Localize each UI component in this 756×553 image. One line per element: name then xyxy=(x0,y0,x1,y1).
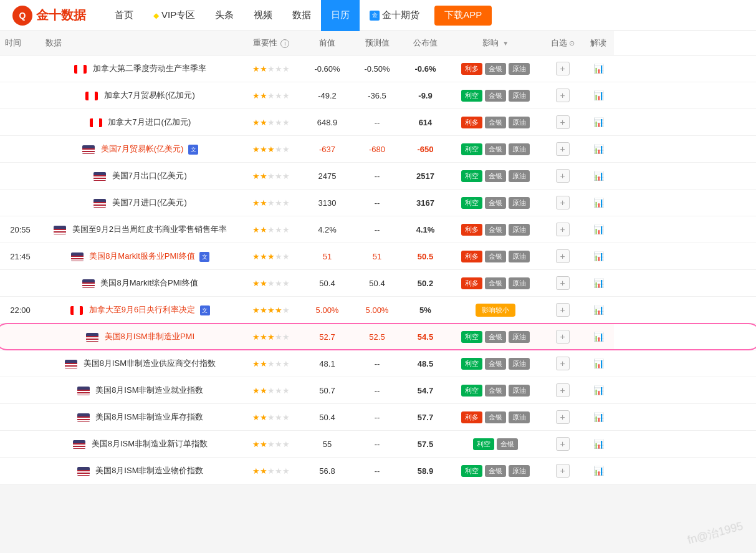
impact-tag[interactable]: 利多 xyxy=(461,63,482,75)
cell-analysis[interactable]: 📊 xyxy=(583,431,614,458)
cell-analysis[interactable]: 📊 xyxy=(583,55,614,82)
cell-watchlist[interactable]: + xyxy=(542,324,583,350)
add-watchlist-button[interactable]: + xyxy=(556,142,570,156)
cell-watchlist[interactable]: + xyxy=(542,109,583,136)
analysis-chart-button[interactable]: 📊 xyxy=(591,196,605,209)
impact-tag[interactable]: 原油 xyxy=(509,197,530,209)
nav-futures[interactable]: 金 金十期货 xyxy=(360,0,429,31)
analysis-chart-button[interactable]: 📊 xyxy=(591,169,605,183)
nav-video[interactable]: 视频 xyxy=(244,0,282,31)
impact-tag[interactable]: 金银 xyxy=(485,90,506,102)
analysis-chart-button[interactable]: 📊 xyxy=(591,437,605,451)
cell-watchlist[interactable]: + xyxy=(542,297,583,324)
impact-tag[interactable]: 金银 xyxy=(485,411,506,423)
nav-data[interactable]: 数据 xyxy=(282,0,321,31)
add-watchlist-button[interactable]: + xyxy=(556,383,570,397)
analysis-chart-button[interactable]: 📊 xyxy=(591,383,605,397)
impact-tag[interactable]: 原油 xyxy=(509,277,530,289)
add-watchlist-button[interactable]: + xyxy=(556,437,570,451)
analysis-chart-button[interactable]: 📊 xyxy=(591,410,605,424)
impact-tag[interactable]: 利空 xyxy=(461,358,482,370)
analysis-chart-button[interactable]: 📊 xyxy=(591,357,605,370)
impact-tag[interactable]: 金银 xyxy=(485,385,506,397)
impact-tag[interactable]: 金银 xyxy=(485,358,506,370)
data-name-link[interactable]: 美国8月Markit服务业PMI终值 xyxy=(89,251,195,261)
logo[interactable]: Q 金十数据 xyxy=(12,6,86,26)
analysis-chart-button[interactable]: 📊 xyxy=(591,249,605,263)
add-watchlist-button[interactable]: + xyxy=(556,196,570,209)
impact-tag[interactable]: 利多 xyxy=(461,411,482,423)
impact-tag[interactable]: 原油 xyxy=(509,411,530,423)
impact-tag[interactable]: 原油 xyxy=(509,63,530,75)
cell-analysis[interactable]: 📊 xyxy=(583,458,614,484)
add-watchlist-button[interactable]: + xyxy=(556,169,570,183)
cell-watchlist[interactable]: + xyxy=(542,458,583,484)
doc-icon[interactable]: 文 xyxy=(188,145,198,155)
cell-watchlist[interactable]: + xyxy=(542,404,583,431)
add-watchlist-button[interactable]: + xyxy=(556,62,570,75)
impact-tag[interactable]: 原油 xyxy=(509,170,530,182)
impact-tag[interactable]: 金银 xyxy=(485,197,506,209)
analysis-chart-button[interactable]: 📊 xyxy=(591,223,605,236)
cell-watchlist[interactable]: + xyxy=(542,216,583,243)
impact-tag[interactable]: 原油 xyxy=(509,331,530,343)
cell-watchlist[interactable]: + xyxy=(542,163,583,190)
cell-watchlist[interactable]: + xyxy=(542,190,583,216)
cell-analysis[interactable]: 📊 xyxy=(583,270,614,297)
impact-tag[interactable]: 原油 xyxy=(509,251,530,262)
analysis-chart-button[interactable]: 📊 xyxy=(591,330,605,344)
cell-analysis[interactable]: 📊 xyxy=(583,243,614,270)
data-name-link[interactable]: 美国7月贸易帐(亿美元) xyxy=(101,144,184,153)
impact-tag[interactable]: 金银 xyxy=(485,331,506,343)
nav-vip[interactable]: ◆ VIP专区 xyxy=(143,0,205,31)
nav-headline[interactable]: 头条 xyxy=(205,0,244,31)
impact-tag[interactable]: 利空 xyxy=(461,331,482,343)
impact-tag[interactable]: 金银 xyxy=(485,465,506,477)
impact-tag[interactable]: 原油 xyxy=(509,224,530,236)
impact-tag[interactable]: 原油 xyxy=(509,465,530,477)
add-watchlist-button[interactable]: + xyxy=(556,276,570,290)
analysis-chart-button[interactable]: 📊 xyxy=(591,115,605,129)
add-watchlist-button[interactable]: + xyxy=(556,464,570,478)
add-watchlist-button[interactable]: + xyxy=(556,357,570,370)
add-watchlist-button[interactable]: + xyxy=(556,410,570,424)
impact-tag[interactable]: 利空 xyxy=(461,197,482,209)
analysis-chart-button[interactable]: 📊 xyxy=(591,276,605,290)
data-name-link[interactable]: 加拿大至9月6日央行利率决定 xyxy=(89,305,195,314)
cell-watchlist[interactable]: + xyxy=(542,55,583,82)
impact-tag[interactable]: 利空 xyxy=(461,465,482,477)
add-watchlist-button[interactable]: + xyxy=(556,330,570,344)
nav-home[interactable]: 首页 xyxy=(105,0,143,31)
doc-icon[interactable]: 文 xyxy=(200,305,210,315)
cell-analysis[interactable]: 📊 xyxy=(583,297,614,324)
importance-info-icon[interactable]: i xyxy=(280,39,289,48)
nav-calendar[interactable]: 日历 xyxy=(321,0,360,31)
impact-tag[interactable]: 利空 xyxy=(461,90,482,102)
impact-sort-icon[interactable]: ▼ xyxy=(502,40,509,47)
analysis-chart-button[interactable]: 📊 xyxy=(591,89,605,102)
analysis-chart-button[interactable]: 📊 xyxy=(591,62,605,75)
impact-tag[interactable]: 利多 xyxy=(461,224,482,236)
add-watchlist-button[interactable]: + xyxy=(556,223,570,236)
cell-watchlist[interactable]: + xyxy=(542,377,583,404)
impact-tag[interactable]: 金银 xyxy=(485,117,506,128)
cell-watchlist[interactable]: + xyxy=(542,136,583,163)
cell-watchlist[interactable]: + xyxy=(542,82,583,109)
analysis-chart-button[interactable]: 📊 xyxy=(591,303,605,317)
cell-analysis[interactable]: 📊 xyxy=(583,377,614,404)
add-watchlist-button[interactable]: + xyxy=(556,303,570,317)
impact-tag[interactable]: 利空 xyxy=(461,143,482,155)
impact-tag[interactable]: 金银 xyxy=(485,143,506,155)
impact-tag[interactable]: 利多 xyxy=(461,117,482,128)
cell-watchlist[interactable]: + xyxy=(542,350,583,377)
analysis-chart-button[interactable]: 📊 xyxy=(591,142,605,156)
cell-analysis[interactable]: 📊 xyxy=(583,216,614,243)
data-name-link[interactable]: 美国8月ISM非制造业PMI xyxy=(105,332,194,341)
impact-tag[interactable]: 金银 xyxy=(497,438,518,450)
impact-tag[interactable]: 金银 xyxy=(485,224,506,236)
cell-analysis[interactable]: 📊 xyxy=(583,324,614,350)
add-watchlist-button[interactable]: + xyxy=(556,249,570,263)
cell-analysis[interactable]: 📊 xyxy=(583,190,614,216)
cell-analysis[interactable]: 📊 xyxy=(583,163,614,190)
impact-tag[interactable]: 原油 xyxy=(509,385,530,397)
